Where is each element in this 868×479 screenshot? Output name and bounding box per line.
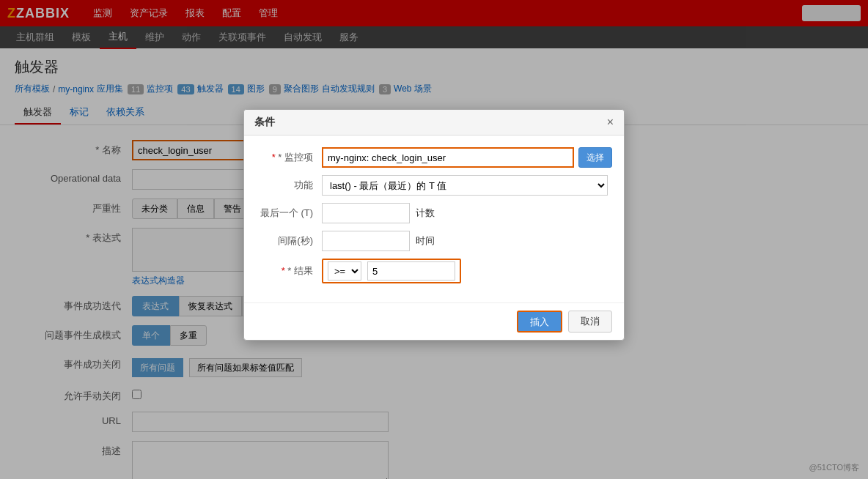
- time-label: 时间: [416, 234, 435, 248]
- last-t-label: 最后一个 (T): [256, 207, 322, 220]
- result-wrap: >=<==!=><: [322, 259, 461, 283]
- interval-wrap: 时间: [322, 231, 435, 251]
- modal-overlay: 条件 × * * 监控项 选择 功能 last() - 最后（最近）的 T 值: [0, 0, 868, 479]
- function-select[interactable]: last() - 最后（最近）的 T 值: [322, 175, 608, 196]
- modal-insert-button[interactable]: 插入: [517, 311, 562, 333]
- result-label: * * 结果: [256, 264, 322, 278]
- interval-input[interactable]: [322, 231, 410, 251]
- modal-row-function: 功能 last() - 最后（最近）的 T 值: [256, 175, 612, 196]
- modal-dialog: 条件 × * * 监控项 选择 功能 last() - 最后（最近）的 T 值: [243, 109, 625, 341]
- modal-cancel-button[interactable]: 取消: [568, 311, 612, 333]
- interval-label: 间隔(秒): [256, 234, 322, 248]
- monitor-input[interactable]: [322, 147, 574, 168]
- modal-row-result: * * 结果 >=<==!=><: [256, 259, 612, 283]
- last-t-input[interactable]: [322, 203, 410, 223]
- compare-select[interactable]: >=<==!=><: [328, 261, 361, 281]
- modal-body: * * 监控项 选择 功能 last() - 最后（最近）的 T 值 最后一个 …: [244, 135, 624, 302]
- modal-header: 条件 ×: [244, 110, 624, 135]
- modal-row-interval: 间隔(秒) 时间: [256, 231, 612, 251]
- monitor-input-wrap: 选择: [322, 147, 612, 168]
- modal-func-label: 功能: [256, 179, 322, 192]
- modal-row-last-t: 最后一个 (T) 计数: [256, 203, 612, 223]
- last-t-wrap: 计数: [322, 203, 435, 223]
- modal-footer: 插入 取消: [244, 302, 624, 340]
- modal-row-monitor: * * 监控项 选择: [256, 147, 612, 168]
- count-label: 计数: [416, 207, 435, 220]
- modal-close-button[interactable]: ×: [607, 116, 614, 129]
- modal-title: 条件: [254, 116, 275, 129]
- select-monitor-button[interactable]: 选择: [578, 147, 612, 168]
- modal-func-wrap: last() - 最后（最近）的 T 值: [322, 175, 608, 196]
- modal-monitor-label: * * 监控项: [256, 151, 322, 164]
- result-input[interactable]: [367, 261, 455, 281]
